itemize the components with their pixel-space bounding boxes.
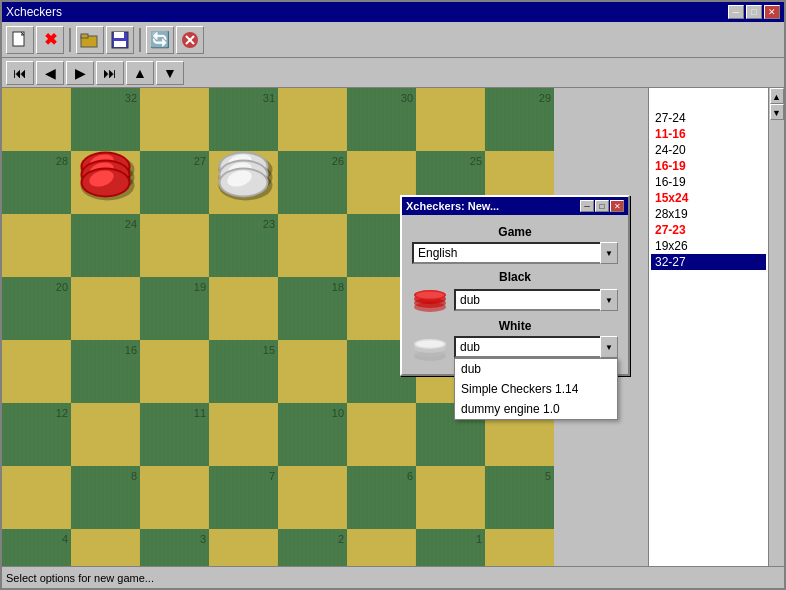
svg-point-18 <box>416 341 444 348</box>
game-section-label: Game <box>412 225 618 239</box>
svg-rect-4 <box>114 32 124 38</box>
open-icon <box>80 31 100 49</box>
move-item: 16-19 <box>651 158 766 174</box>
black-select[interactable]: dub <box>454 289 618 311</box>
title-bar: Xcheckers ─ □ ✕ <box>2 2 784 22</box>
black-section-label: Black <box>412 270 618 284</box>
scroll-down-button[interactable]: ▼ <box>770 104 784 120</box>
white-dropdown-list[interactable]: dub Simple Checkers 1.14 dummy engine 1.… <box>454 358 618 420</box>
scroll-up-button[interactable]: ▲ <box>770 88 784 104</box>
new-file-icon <box>11 31 29 49</box>
minimize-button[interactable]: ─ <box>728 5 744 19</box>
down-button[interactable]: ▼ <box>156 61 184 85</box>
nav-bar: ⏮ ◀ ▶ ⏭ ▲ ▼ <box>2 58 784 88</box>
close2-button[interactable] <box>176 26 204 54</box>
open-button[interactable] <box>76 26 104 54</box>
main-window: Xcheckers ─ □ ✕ ✖ <box>0 0 786 590</box>
first-button[interactable]: ⏮ <box>6 61 34 85</box>
up-button[interactable]: ▲ <box>126 61 154 85</box>
save-button[interactable] <box>106 26 134 54</box>
black-piece-icon <box>412 287 448 313</box>
close-button[interactable]: ✕ <box>764 5 780 19</box>
game-select-wrapper[interactable]: English ▼ <box>412 242 618 264</box>
white-option-simple[interactable]: Simple Checkers 1.14 <box>455 379 617 399</box>
game-select[interactable]: English <box>412 242 618 264</box>
black-row: dub ▼ <box>412 287 618 313</box>
move-list[interactable]: 27-24 11-16 24-20 16-19 16-19 15x24 28x1… <box>648 88 768 566</box>
title-bar-title: Xcheckers <box>6 5 62 19</box>
move-item: 11-16 <box>651 126 766 142</box>
new-game-dialog[interactable]: Xcheckers: New... ─ □ ✕ Game English ▼ B… <box>400 195 630 376</box>
title-bar-controls: ─ □ ✕ <box>728 5 780 19</box>
content-area: 27-24 11-16 24-20 16-19 16-19 15x24 28x1… <box>2 88 784 566</box>
save-icon <box>111 31 129 49</box>
stop-button[interactable]: ✖ <box>36 26 64 54</box>
dialog-body: Game English ▼ Black <box>402 215 628 374</box>
white-select-wrapper[interactable]: dub ▼ dub Simple Checkers 1.14 dummy eng… <box>454 336 618 358</box>
white-section-label: White <box>412 319 618 333</box>
move-item: 24-20 <box>651 142 766 158</box>
dialog-title-bar: Xcheckers: New... ─ □ ✕ <box>402 197 628 215</box>
scrollbar[interactable]: ▲ ▼ <box>768 88 784 566</box>
white-option-dummy[interactable]: dummy engine 1.0 <box>455 399 617 419</box>
move-item: 27-24 <box>651 110 766 126</box>
dialog-controls: ─ □ ✕ <box>580 200 624 212</box>
svg-point-13 <box>416 292 444 299</box>
prev-button[interactable]: ◀ <box>36 61 64 85</box>
toolbar-separator-1 <box>69 28 71 52</box>
black-select-wrapper[interactable]: dub ▼ <box>454 289 618 311</box>
new-file-button[interactable] <box>6 26 34 54</box>
dialog-minimize-button[interactable]: ─ <box>580 200 594 212</box>
dialog-close-button[interactable]: ✕ <box>610 200 624 212</box>
move-item: 16-19 <box>651 174 766 190</box>
dialog-title: Xcheckers: New... <box>406 200 499 212</box>
svg-rect-2 <box>81 34 88 38</box>
toolbar: ✖ 🔄 <box>2 22 784 58</box>
move-item: 15x24 <box>651 190 766 206</box>
white-row: dub ▼ dub Simple Checkers 1.14 dummy eng… <box>412 336 618 362</box>
svg-rect-5 <box>114 41 126 47</box>
rotate-button[interactable]: 🔄 <box>146 26 174 54</box>
last-button[interactable]: ⏭ <box>96 61 124 85</box>
move-item: 27-23 <box>651 222 766 238</box>
status-text: Select options for new game... <box>6 572 154 584</box>
white-select[interactable]: dub <box>454 336 618 358</box>
game-row: English ▼ <box>412 242 618 264</box>
dialog-maximize-button[interactable]: □ <box>595 200 609 212</box>
move-item: 28x19 <box>651 206 766 222</box>
toolbar-separator-2 <box>139 28 141 52</box>
white-piece-icon <box>412 336 448 362</box>
move-item: 19x26 <box>651 238 766 254</box>
move-item-selected: 32-27 <box>651 254 766 270</box>
white-option-dub[interactable]: dub <box>455 359 617 379</box>
status-bar: Select options for new game... <box>2 566 784 588</box>
maximize-button[interactable]: □ <box>746 5 762 19</box>
close2-icon <box>181 31 199 49</box>
next-button[interactable]: ▶ <box>66 61 94 85</box>
